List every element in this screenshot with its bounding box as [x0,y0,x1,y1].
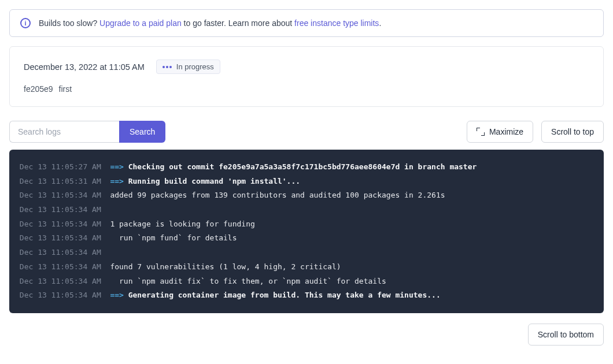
banner-text: Builds too slow? Upgrade to a paid plan … [39,18,381,28]
scroll-bottom-button[interactable]: Scroll to bottom [528,324,604,346]
limits-link[interactable]: free instance type limits [294,18,379,28]
log-line: Dec 13 11:05:34 AM [15,203,598,217]
log-line: Dec 13 11:05:34 AM ==> Generating contai… [15,288,598,303]
scroll-top-button[interactable]: Scroll to top [541,121,604,143]
search-button[interactable]: Search [119,121,165,143]
log-panel[interactable]: Dec 13 11:05:27 AM ==> Checking out comm… [9,150,604,313]
log-line: Dec 13 11:05:27 AM ==> Checking out comm… [15,160,598,174]
log-line: Dec 13 11:05:34 AM found 7 vulnerabiliti… [15,260,598,274]
upgrade-banner: i Builds too slow? Upgrade to a paid pla… [9,9,604,37]
banner-mid: to go faster. Learn more about [182,18,294,28]
status-badge: In progress [156,60,220,74]
search-input[interactable] [9,121,119,143]
maximize-label: Maximize [489,127,523,136]
dots-icon [163,66,172,68]
log-line: Dec 13 11:05:34 AM 1 package is looking … [15,217,598,232]
maximize-button[interactable]: Maximize [467,121,533,143]
banner-lead: Builds too slow? [39,18,99,28]
log-line: Dec 13 11:05:34 AM [15,246,598,260]
info-icon: i [20,18,31,28]
commit-row: fe205e9 first [24,84,589,94]
build-date: December 13, 2022 at 11:05 AM [24,62,145,72]
maximize-icon [477,128,485,136]
controls-row: Search Maximize Scroll to top [9,121,604,143]
banner-tail: . [379,18,381,28]
commit-message: first [59,84,72,94]
search-group: Search [9,121,165,143]
status-label: In progress [176,62,214,71]
log-line: Dec 13 11:05:34 AM run `npm audit fix` t… [15,274,598,289]
build-header: December 13, 2022 at 11:05 AM In progres… [24,60,589,74]
footer-controls: Scroll to bottom [9,324,604,346]
upgrade-link[interactable]: Upgrade to a paid plan [99,18,182,28]
commit-sha: fe205e9 [24,84,53,94]
right-controls: Maximize Scroll to top [467,121,604,143]
log-line: Dec 13 11:05:34 AM added 99 packages fro… [15,188,598,203]
log-line: Dec 13 11:05:31 AM ==> Running build com… [15,174,598,189]
log-line: Dec 13 11:05:34 AM run `npm fund` for de… [15,231,598,246]
build-card: December 13, 2022 at 11:05 AM In progres… [9,46,604,107]
